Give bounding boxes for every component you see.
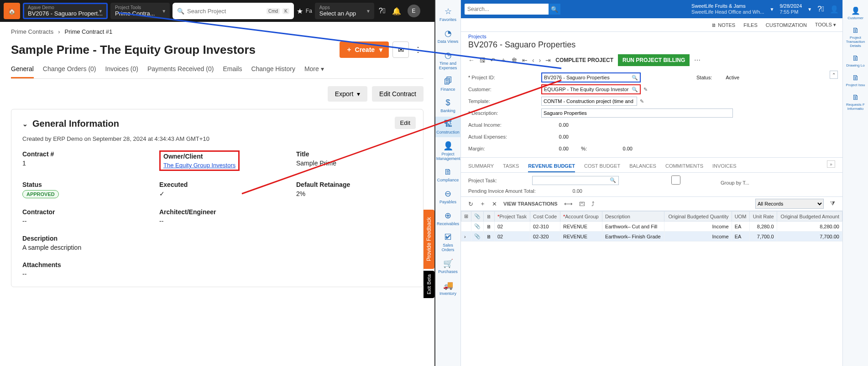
- notes-btn[interactable]: 🗎 NOTES: [711, 22, 735, 28]
- col-qty[interactable]: Original Budgeted Quantity: [664, 211, 732, 222]
- star-icon[interactable]: ★: [297, 7, 303, 15]
- tab-invoices[interactable]: Invoices (0): [105, 62, 138, 78]
- add-row-icon[interactable]: ＋: [480, 200, 486, 208]
- tab-summary[interactable]: SUMMARY: [468, 160, 494, 172]
- create-button[interactable]: ＋ Create ▾: [340, 41, 389, 58]
- run-billing-button[interactable]: RUN PROJECT BILLING: [618, 54, 690, 66]
- export-button[interactable]: Export ▾: [328, 86, 367, 102]
- rnav-issue[interactable]: 🗎Project Issu: [843, 71, 868, 90]
- tab-general[interactable]: General: [11, 62, 34, 78]
- files-btn[interactable]: FILES: [743, 22, 758, 28]
- view-transactions-button[interactable]: VIEW TRANSACTIONS: [503, 201, 558, 206]
- edit-icon[interactable]: ✎: [643, 87, 648, 93]
- owner-link[interactable]: The Equity Group Investors: [163, 162, 235, 169]
- more-button[interactable]: ⋮: [413, 41, 424, 58]
- project-id-input[interactable]: BV2076 - Saguaro Properties🔍: [541, 72, 641, 82]
- last-icon[interactable]: ⇥: [545, 57, 551, 64]
- user-icon[interactable]: 👤: [830, 5, 839, 14]
- col-desc[interactable]: Description: [602, 211, 664, 222]
- tab-cost[interactable]: COST BUDGET: [584, 160, 620, 172]
- help-icon[interactable]: ?⃝: [379, 7, 386, 15]
- save-icon[interactable]: 🖫: [479, 57, 486, 64]
- search-icon[interactable]: 🔍: [632, 87, 638, 93]
- avatar[interactable]: E: [408, 5, 420, 17]
- bell-icon[interactable]: 🔔: [392, 7, 401, 15]
- template-input[interactable]: [541, 97, 637, 106]
- table-row[interactable]: 📎🗎0202-310REVENUEEarthwork– Cut and Fill…: [461, 222, 842, 232]
- tab-change-orders[interactable]: Change Orders (0): [43, 62, 96, 78]
- erp-search-input[interactable]: [465, 6, 549, 12]
- upload-icon[interactable]: ⤴: [591, 201, 595, 207]
- tab-more[interactable]: More ▾: [304, 62, 324, 78]
- tab-invoices[interactable]: INVOICES: [712, 160, 737, 172]
- col-amt[interactable]: Original Budgeted Amount: [777, 211, 842, 222]
- tools-btn[interactable]: TOOLS ▾: [815, 22, 836, 28]
- nav-dataviews[interactable]: ◔Data Views: [435, 26, 460, 46]
- nav-receivables[interactable]: ⊕Receivables: [435, 208, 460, 229]
- nav-compliance[interactable]: 🗎Compliance: [435, 165, 460, 185]
- edit-icon[interactable]: ✎: [640, 98, 644, 104]
- prev-icon[interactable]: ‹: [532, 57, 534, 64]
- col-acct[interactable]: *Account Group: [560, 211, 602, 222]
- rnav-drawing[interactable]: 🗎Drawing Lo: [843, 52, 868, 70]
- back-icon[interactable]: ←: [468, 57, 475, 64]
- exit-beta-tab[interactable]: Exit Beta: [424, 271, 434, 298]
- edit-button[interactable]: Edit: [395, 117, 416, 129]
- edit-contract-button[interactable]: Edit Contract: [372, 86, 424, 102]
- export-icon[interactable]: ⮹: [579, 201, 585, 207]
- col-rate[interactable]: Unit Rate: [749, 211, 777, 222]
- search-input[interactable]: [187, 8, 264, 15]
- breadcrumb-root[interactable]: Prime Contracts: [11, 28, 53, 35]
- first-icon[interactable]: ⇤: [522, 57, 528, 64]
- nav-inventory[interactable]: 🚚Inventory: [435, 278, 460, 299]
- next-icon[interactable]: ›: [539, 57, 541, 64]
- description-input[interactable]: [541, 108, 733, 118]
- erp-breadcrumb[interactable]: Projects: [468, 34, 835, 39]
- col-task[interactable]: *Project Task: [495, 211, 530, 222]
- tab-revenue[interactable]: REVENUE BUDGET: [528, 160, 575, 172]
- undo-icon[interactable]: ↶: [490, 57, 496, 64]
- nav-sales[interactable]: 🗹Sales Orders: [435, 230, 460, 255]
- tool-picker[interactable]: Project Tools Prime Contra... ▼: [110, 3, 170, 19]
- tab-balances[interactable]: BALANCES: [629, 160, 656, 172]
- refresh-icon[interactable]: ↻: [468, 201, 473, 207]
- customization-btn[interactable]: CUSTOMIZATION: [766, 22, 807, 28]
- tab-history[interactable]: Change History: [251, 62, 295, 78]
- nav-finance[interactable]: 🗐Finance: [435, 74, 460, 94]
- email-button[interactable]: ✉: [392, 41, 409, 58]
- col-uom[interactable]: UOM: [732, 211, 749, 222]
- business-switcher[interactable]: SweetLife Fruits & Jams SweetLife Head O…: [691, 3, 839, 15]
- filter-icon[interactable]: ⧩: [830, 200, 835, 207]
- search-icon[interactable]: 🔍: [632, 75, 638, 81]
- tab-payments[interactable]: Payments Received (0): [147, 62, 214, 78]
- more-icon[interactable]: ⋯: [694, 57, 701, 64]
- records-filter[interactable]: All Records: [755, 199, 824, 209]
- tab-commitments[interactable]: COMMITMENTS: [665, 160, 703, 172]
- delete-icon[interactable]: 🗑: [511, 57, 518, 64]
- nav-time[interactable]: ◷Time and Expenses: [435, 47, 460, 73]
- chevron-down-icon[interactable]: ⌄: [22, 120, 28, 128]
- tab-emails[interactable]: Emails: [223, 62, 242, 78]
- nav-favorites[interactable]: ☆Favorites: [435, 4, 460, 25]
- tabs-more[interactable]: »: [827, 160, 835, 168]
- rnav-trans[interactable]: 🗎Project Transaction Details: [843, 24, 868, 51]
- fit-icon[interactable]: ⟷: [564, 201, 573, 207]
- customer-input[interactable]: EQUGRP - The Equity Group Investor🔍: [541, 84, 641, 94]
- complete-project-button[interactable]: COMPLETE PROJECT: [555, 57, 613, 63]
- rnav-customer[interactable]: 👤Customer: [843, 4, 868, 23]
- help-icon[interactable]: ?⃝: [817, 5, 824, 13]
- rnav-rfi[interactable]: 🗎Requests F Informatio: [843, 91, 868, 113]
- feedback-tab[interactable]: Provide Feedback: [424, 210, 434, 269]
- nav-banking[interactable]: $Banking: [435, 95, 460, 116]
- home-button[interactable]: 🏠: [4, 3, 20, 19]
- group-checkbox[interactable]: Group by T...: [633, 175, 749, 186]
- add-icon[interactable]: ＋: [500, 56, 507, 64]
- apps-picker[interactable]: Apps Select an App ▼: [315, 3, 374, 19]
- nav-payables[interactable]: ⊖Payables: [435, 186, 460, 207]
- search-icon[interactable]: 🔍: [610, 177, 616, 183]
- nav-project-mgmt[interactable]: 👤Project Management: [435, 138, 460, 164]
- task-input[interactable]: [532, 176, 619, 185]
- nav-construction[interactable]: 🏗Construction: [435, 117, 460, 137]
- project-picker[interactable]: Agave Demo BV2076 - Saguaro Propert... ▼: [23, 3, 108, 19]
- delete-row-icon[interactable]: ✕: [492, 201, 497, 207]
